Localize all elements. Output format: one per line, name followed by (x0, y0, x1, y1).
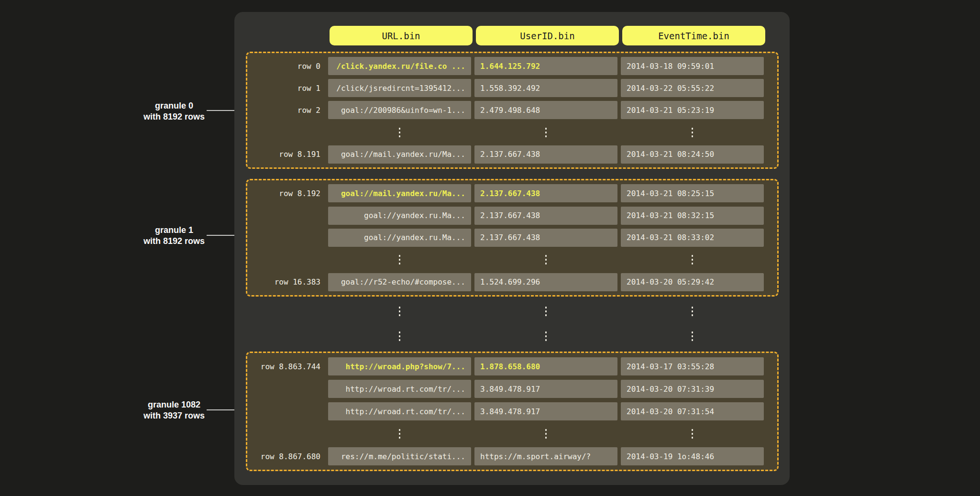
ellipsis-icon (545, 429, 547, 439)
userid-cell: 1.558.392.492 (474, 79, 617, 97)
url-cell: goal://yandex.ru.Ma... (328, 229, 471, 247)
userid-cell: 3.849.478.917 (474, 402, 617, 420)
granule-1-label: granule 1 with 8192 rows (119, 225, 229, 247)
url-cell (328, 425, 471, 443)
eventtime-cell: 2014-03-21 08:32:15 (621, 207, 764, 225)
url-cell (328, 123, 471, 142)
userid-cell (474, 123, 617, 142)
userid-cell: 1.644.125.792 (474, 57, 617, 75)
row-label: row 8.191 (247, 150, 328, 159)
ellipsis-icon (399, 331, 400, 341)
ellipsis-icon (692, 429, 693, 439)
table-row: row 0 /click.yandex.ru/file.co ... 1.644… (247, 57, 777, 75)
eventtime-cell (621, 327, 764, 345)
userid-cell: 2.479.498.648 (474, 101, 617, 119)
eventtime-cell: 2014-03-21 08:25:15 (621, 184, 764, 202)
ellipsis-icon (545, 307, 547, 316)
eventtime-cell: 2014-03-21 08:24:50 (621, 145, 764, 164)
row-label: row 1 (247, 84, 328, 93)
ellipsis-icon (399, 429, 400, 439)
table-row: row 8.191 goal://mail.yandex.ru/Ma... 2.… (247, 145, 777, 164)
eventtime-cell: 2014-03-19 1o:48:46 (621, 447, 764, 465)
column-header-userid: UserID.bin (476, 26, 619, 45)
ellipsis-row (247, 425, 777, 443)
ellipsis-row (247, 123, 777, 142)
table-row: row 2 goal://200986&uinfo=wn-1... 2.479.… (247, 101, 777, 119)
ellipsis-icon (399, 307, 400, 316)
table-row: http://wroad.rt.com/tr/... 3.849.478.917… (247, 380, 777, 398)
eventtime-cell: 2014-03-20 05:29:42 (621, 273, 764, 291)
granule-1082-label-line2: with 3937 rows (119, 410, 229, 421)
url-cell (328, 327, 471, 345)
granule-1-label-line2: with 8192 rows (119, 236, 229, 247)
granule-0-box: row 0 /click.yandex.ru/file.co ... 1.644… (246, 52, 779, 169)
userid-cell (474, 302, 617, 320)
row-label: row 16.383 (247, 277, 328, 287)
row-label: row 8.192 (247, 189, 328, 198)
url-cell: goal://yandex.ru.Ma... (328, 207, 471, 225)
granule-0-label-line2: with 8192 rows (119, 111, 229, 122)
userid-cell: 3.849.478.917 (474, 380, 617, 398)
table-row: row 1 /click/jsredircnt=1395412... 1.558… (247, 79, 777, 97)
ellipsis-icon (692, 255, 693, 265)
granule-1-box: row 8.192 goal://mail.yandex.ru/Ma... 2.… (246, 179, 779, 297)
eventtime-cell (621, 123, 764, 142)
table-panel: URL.bin UserID.bin EventTime.bin row 0 /… (234, 12, 790, 485)
table-row: row 8.867.680 res://m.me/politic/stati..… (247, 447, 777, 465)
eventtime-cell (621, 425, 764, 443)
row-label: row 8.867.680 (247, 452, 328, 461)
userid-cell: https://m.sport.airway/? (474, 447, 617, 465)
ellipsis-row (247, 251, 777, 269)
eventtime-cell: 2014-03-21 05:23:19 (621, 101, 764, 119)
granule-0-label: granule 0 with 8192 rows (119, 100, 229, 122)
eventtime-cell (621, 251, 764, 269)
url-cell: goal://r52-echo/#compose... (328, 273, 471, 291)
granule-1-label-line1: granule 1 (119, 225, 229, 236)
url-cell: http://wroad.rt.com/tr/... (328, 380, 471, 398)
userid-cell (474, 425, 617, 443)
userid-cell (474, 327, 617, 345)
ellipsis-icon (399, 255, 400, 265)
table-row: row 8.192 goal://mail.yandex.ru/Ma... 2.… (247, 184, 777, 202)
ellipsis-icon (692, 307, 693, 316)
ellipsis-icon (545, 255, 547, 265)
ellipsis-row (246, 302, 779, 320)
eventtime-cell: 2014-03-18 09:59:01 (621, 57, 764, 75)
table-row: row 8.863.744 http://wroad.php?show/7...… (247, 357, 777, 375)
ellipsis-icon (692, 331, 693, 341)
row-label: row 8.863.744 (247, 362, 328, 371)
row-label: row 2 (247, 106, 328, 115)
ellipsis-icon (692, 128, 693, 137)
granule-1082-box: row 8.863.744 http://wroad.php?show/7...… (246, 352, 779, 471)
userid-cell: 1.524.699.296 (474, 273, 617, 291)
granule-diagram: granule 0 with 8192 rows granule 1 with … (0, 0, 980, 496)
granule-1082-label-line1: granule 1082 (119, 399, 229, 410)
row-label: row 0 (247, 62, 328, 71)
eventtime-cell: 2014-03-21 08:33:02 (621, 229, 764, 247)
userid-cell (474, 251, 617, 269)
url-cell: res://m.me/politic/stati... (328, 447, 471, 465)
ellipsis-icon (399, 128, 400, 137)
eventtime-cell: 2014-03-22 05:55:22 (621, 79, 764, 97)
ellipsis-row (246, 327, 779, 345)
column-header-eventtime: EventTime.bin (622, 26, 765, 45)
url-cell: http://wroad.rt.com/tr/... (328, 402, 471, 420)
userid-cell: 2.137.667.438 (474, 184, 617, 202)
table-row: goal://yandex.ru.Ma... 2.137.667.438 201… (247, 207, 777, 225)
url-cell: goal://200986&uinfo=wn-1... (328, 101, 471, 119)
eventtime-cell: 2014-03-17 03:55:28 (621, 357, 764, 375)
url-cell: goal://mail.yandex.ru/Ma... (328, 184, 471, 202)
userid-cell: 2.137.667.438 (474, 207, 617, 225)
column-headers: URL.bin UserID.bin EventTime.bin (330, 26, 765, 45)
ellipsis-icon (545, 331, 547, 341)
ellipsis-icon (545, 128, 547, 137)
table-row: row 16.383 goal://r52-echo/#compose... 1… (247, 273, 777, 291)
granule-1082-label: granule 1082 with 3937 rows (119, 399, 229, 421)
url-cell: goal://mail.yandex.ru/Ma... (328, 145, 471, 164)
userid-cell: 2.137.667.438 (474, 145, 617, 164)
url-cell (328, 302, 471, 320)
url-cell (328, 251, 471, 269)
eventtime-cell: 2014-03-20 07:31:54 (621, 402, 764, 420)
userid-cell: 1.878.658.680 (474, 357, 617, 375)
table-row: goal://yandex.ru.Ma... 2.137.667.438 201… (247, 229, 777, 247)
